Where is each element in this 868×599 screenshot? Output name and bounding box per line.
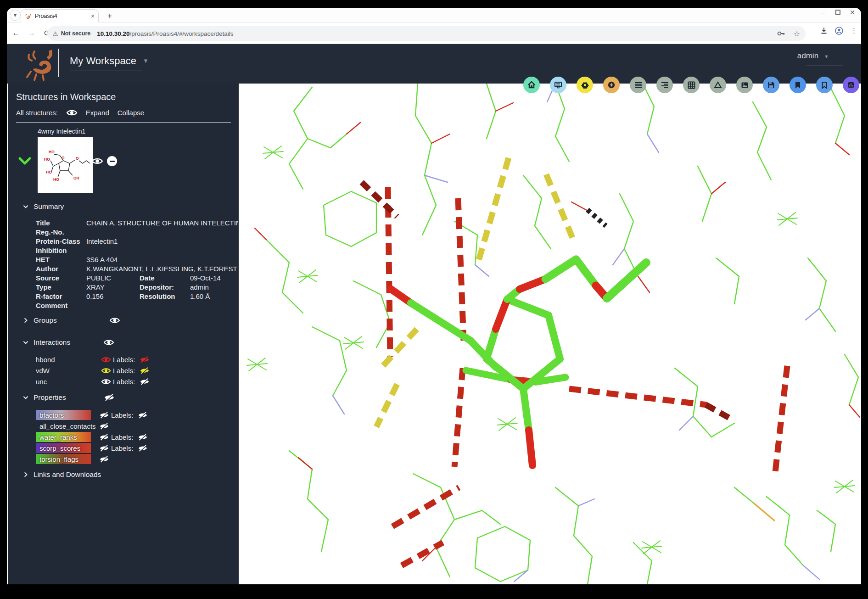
tab-strip: ▾ Proasis4 × + – ✕ bbox=[7, 8, 861, 22]
bfactors-eye-off-icon[interactable] bbox=[99, 412, 109, 419]
interactions-eye-icon[interactable] bbox=[103, 339, 114, 346]
table-grid-icon[interactable] bbox=[683, 77, 700, 93]
settings-gear-icon[interactable] bbox=[577, 77, 593, 93]
table-row: Comment bbox=[36, 301, 238, 310]
unc-labels-eye-off-icon[interactable] bbox=[140, 378, 150, 385]
bookmark-outline-icon[interactable] bbox=[816, 77, 833, 93]
triangle-icon[interactable] bbox=[710, 77, 726, 93]
torsion-flags-pill[interactable]: torsion_flags bbox=[36, 454, 91, 464]
groups-eye-icon[interactable] bbox=[109, 317, 120, 324]
torsion-flags-eye-off-icon[interactable] bbox=[99, 456, 109, 463]
tab-search-chevron-icon[interactable]: ▾ bbox=[10, 10, 21, 21]
back-button[interactable]: ← bbox=[10, 27, 22, 39]
structure-eye-icon[interactable] bbox=[91, 157, 103, 167]
chevron-down-icon bbox=[22, 203, 29, 210]
table-row: Reg.-No. bbox=[36, 228, 238, 237]
user-caret-icon: ▼ bbox=[824, 54, 829, 59]
chevron-right-icon bbox=[22, 471, 29, 478]
new-tab-button[interactable]: + bbox=[104, 11, 115, 22]
molecule-viewport[interactable] bbox=[239, 84, 861, 584]
favicon-scorpion-icon bbox=[25, 13, 32, 20]
interactions-section-header[interactable]: Interactions bbox=[22, 338, 114, 347]
bfactors-pill[interactable]: bfactors bbox=[36, 410, 91, 420]
chevron-right-icon bbox=[22, 317, 29, 324]
browser-tab[interactable]: Proasis4 × bbox=[21, 9, 99, 22]
url-host: 10.10.30.20 bbox=[97, 30, 129, 37]
window-close-button[interactable]: ✕ bbox=[848, 9, 857, 16]
browser-toolbar: ← → ⟳ ⚠ Not secure 10.10.30.20/proasis/P… bbox=[7, 22, 861, 44]
collapse-button[interactable]: Collapse bbox=[118, 109, 144, 117]
hbond-labels-eye-off-icon[interactable] bbox=[140, 356, 150, 363]
app-header: My Workspace▼ admin▼ bbox=[7, 44, 861, 84]
water-ranks-eye-off-icon[interactable] bbox=[99, 434, 109, 441]
structure-thumbnail[interactable]: OO HOHO HOOH HO bbox=[38, 137, 93, 193]
bfactors-labels-eye-off-icon[interactable] bbox=[138, 412, 148, 419]
scorp-scores-pill[interactable]: scorp_scores bbox=[36, 443, 91, 453]
remove-structure-icon[interactable] bbox=[107, 156, 117, 166]
property-row-torsion-flags: torsion_flags bbox=[36, 453, 109, 465]
list-align-right-icon[interactable] bbox=[656, 77, 673, 93]
list-justify-icon[interactable] bbox=[630, 77, 646, 93]
hbond-eye-icon[interactable] bbox=[101, 356, 111, 363]
save-icon[interactable] bbox=[763, 77, 779, 93]
water-ranks-pill[interactable]: water_ranks bbox=[36, 432, 91, 442]
properties-section-header[interactable]: Properties bbox=[22, 393, 115, 402]
maximize-button[interactable] bbox=[834, 9, 842, 16]
tab-title: Proasis4 bbox=[35, 13, 88, 19]
all-structures-eye-icon[interactable] bbox=[66, 109, 78, 117]
chart-bars-icon[interactable] bbox=[843, 77, 859, 93]
forward-button[interactable]: → bbox=[25, 27, 38, 39]
property-row-all-close-contacts: all_close_contacts bbox=[36, 420, 109, 431]
ligand-sticks bbox=[391, 259, 646, 465]
summary-section-header[interactable]: Summary bbox=[22, 202, 64, 211]
password-key-icon[interactable] bbox=[777, 31, 785, 36]
comment-display-icon[interactable] bbox=[550, 77, 566, 93]
table-row: AuthorK.WANGKANONT, L.L.KIESSLING, K.T.F… bbox=[36, 264, 238, 274]
vdw-eye-icon[interactable] bbox=[101, 367, 111, 374]
svg-text:O: O bbox=[62, 156, 65, 160]
header-divider bbox=[58, 49, 59, 77]
interaction-row-vdw: vdW Labels: bbox=[36, 366, 150, 375]
structures-panel: Structures in Workspace All structures: … bbox=[7, 84, 239, 584]
structure-expand-chevron-icon[interactable] bbox=[18, 156, 32, 168]
not-secure-warning-icon: ⚠ bbox=[53, 30, 58, 37]
tab-close-icon[interactable]: × bbox=[91, 13, 95, 19]
molecule-scene bbox=[239, 84, 860, 584]
browser-window: ▾ Proasis4 × + – ✕ ← → ⟳ ⚠ Not secure 10… bbox=[7, 8, 861, 584]
minimize-button[interactable]: – bbox=[819, 9, 827, 16]
scorp-scores-labels-eye-off-icon[interactable] bbox=[138, 445, 148, 452]
water-ranks-labels-eye-off-icon[interactable] bbox=[138, 434, 148, 441]
table-row: R-factor0.156Resolution1.60 Å bbox=[36, 292, 238, 301]
property-row-scorp-scores: scorp_scores Labels: bbox=[36, 442, 148, 453]
address-bar[interactable]: ⚠ Not secure 10.10.30.20/proasis/Proasis… bbox=[47, 26, 806, 41]
svg-text:O: O bbox=[76, 156, 79, 161]
workspace-title[interactable]: My Workspace▼ bbox=[70, 55, 149, 67]
browser-menu-icon[interactable]: ⋮ bbox=[851, 27, 857, 35]
property-row-bfactors: bfactors Labels: bbox=[36, 409, 148, 420]
all-close-contacts-eye-off-icon[interactable] bbox=[99, 423, 109, 430]
unc-eye-icon[interactable] bbox=[101, 378, 111, 385]
image-icon[interactable] bbox=[736, 77, 753, 93]
bookmark-star-icon[interactable]: ☆ bbox=[794, 29, 800, 38]
home-icon[interactable] bbox=[523, 77, 540, 93]
add-circle-icon[interactable] bbox=[603, 77, 620, 93]
user-underline bbox=[806, 66, 843, 66]
vdw-labels-eye-off-icon[interactable] bbox=[140, 367, 150, 374]
groups-section-header[interactable]: Groups bbox=[22, 316, 120, 325]
download-icon[interactable] bbox=[820, 27, 828, 34]
user-menu[interactable]: admin▼ bbox=[797, 51, 829, 61]
divider bbox=[16, 122, 231, 123]
bookmark-filled-icon[interactable] bbox=[790, 77, 806, 93]
svg-text:HO: HO bbox=[44, 157, 50, 162]
svg-text:HO: HO bbox=[53, 177, 59, 182]
profile-avatar-icon[interactable] bbox=[835, 27, 843, 35]
scorp-scores-eye-off-icon[interactable] bbox=[99, 445, 109, 452]
svg-text:OH: OH bbox=[73, 176, 79, 180]
workspace-underline bbox=[70, 71, 142, 71]
properties-eye-off-icon[interactable] bbox=[104, 394, 115, 401]
not-secure-label: Not secure bbox=[61, 30, 91, 37]
url-path: /proasis/Proasis4/#/workspace/details bbox=[130, 30, 234, 37]
expand-button[interactable]: Expand bbox=[86, 109, 109, 117]
links-downloads-section-header[interactable]: Links and Downloads bbox=[22, 470, 101, 479]
vdw-dashes bbox=[376, 158, 574, 427]
